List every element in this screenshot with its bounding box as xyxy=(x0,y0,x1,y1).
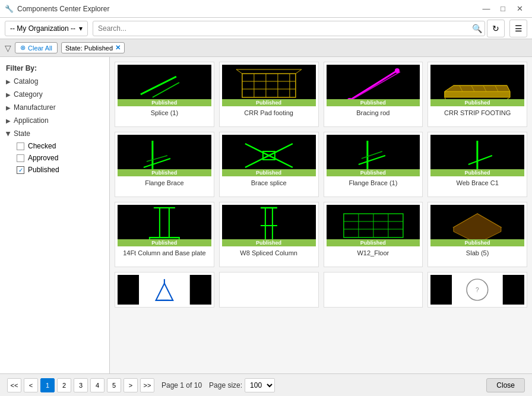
approved-checkbox[interactable] xyxy=(17,154,24,162)
application-label: Application xyxy=(14,116,49,125)
checked-label: Checked xyxy=(28,142,56,150)
badge-web-brace: Published xyxy=(430,169,524,176)
sidebar-item-application[interactable]: ▶ Application xyxy=(0,114,109,127)
grid-row-2: Published Flange Brace Published Brace s… xyxy=(115,132,527,197)
label-slab: Slab (5) xyxy=(466,249,489,257)
filter-bar: ▽ ⊗ Clear All State: Published ✕ xyxy=(0,39,532,57)
grid-row-3: Published 14Ft Column and Base plate Pub… xyxy=(115,202,527,267)
maximize-button[interactable]: □ xyxy=(495,1,511,17)
label-brace-splice: Brace splice xyxy=(251,179,287,187)
checked-checkbox[interactable] xyxy=(17,142,24,150)
published-checkbox[interactable] xyxy=(17,166,24,174)
label-web-brace: Web Brace C1 xyxy=(456,179,498,187)
sidebar-item-manufacturer[interactable]: ▶ Manufacturer xyxy=(0,101,109,114)
grid-item-bracing-rod[interactable]: Published Bracing rod xyxy=(324,62,423,127)
window-controls: — □ ✕ xyxy=(479,1,527,17)
grid-item-w8-column[interactable]: Published W8 Spliced Column xyxy=(219,202,319,267)
label-w12-floor: W12_Floor xyxy=(357,249,389,257)
catalog-label: Catalog xyxy=(14,77,38,85)
window-title: Components Center Explorer xyxy=(17,5,109,13)
sidebar-state-approved[interactable]: Approved xyxy=(0,152,109,164)
content-grid-area: Published Splice (1) xyxy=(110,57,532,373)
sidebar-state-published[interactable]: Published xyxy=(0,164,109,176)
sidebar-item-category[interactable]: ▶ Category xyxy=(0,88,109,101)
badge-column-base: Published xyxy=(118,239,211,246)
manufacturer-arrow-icon: ▶ xyxy=(6,104,11,111)
sidebar-item-state[interactable]: ▶ State xyxy=(0,127,109,140)
sidebar-state-checked[interactable]: Checked xyxy=(0,140,109,152)
catalog-arrow-icon: ▶ xyxy=(6,78,11,85)
label-splice: Splice (1) xyxy=(151,109,178,117)
circle-x-icon: ⊗ xyxy=(20,44,26,52)
grid-item-crr-strip[interactable]: Published CRR STRIP FOOTING xyxy=(428,62,527,127)
prev-button[interactable]: < xyxy=(24,378,38,392)
page-size-select[interactable]: 100 50 25 xyxy=(245,378,275,392)
svg-text:?: ? xyxy=(476,287,479,293)
org-dropdown[interactable]: -- My Organization -- ▾ xyxy=(5,21,88,36)
grid-item-partial-2[interactable] xyxy=(219,272,319,308)
prev-prev-button[interactable]: << xyxy=(7,378,21,392)
page-2-button[interactable]: 2 xyxy=(57,378,71,392)
grid-item-w12-floor[interactable]: Published W12_Floor xyxy=(324,202,423,267)
grid-item-web-brace[interactable]: Published Web Brace C1 xyxy=(428,132,527,197)
refresh-button[interactable]: ↻ xyxy=(487,20,505,37)
close-button[interactable]: Close xyxy=(486,378,525,392)
approved-label: Approved xyxy=(28,154,58,162)
state-label: State xyxy=(14,129,30,138)
label-crr-strip: CRR STRIP FOOTING xyxy=(444,109,511,117)
page-info: Page 1 of 10 xyxy=(162,381,202,389)
badge-w12-floor: Published xyxy=(327,239,420,246)
chevron-down-icon: ▾ xyxy=(79,24,83,33)
grid-item-partial-4[interactable]: ? xyxy=(428,272,527,308)
badge-flange-brace-1: Published xyxy=(327,169,420,176)
sidebar-item-catalog[interactable]: ▶ Catalog xyxy=(0,75,109,88)
page-1-button[interactable]: 1 xyxy=(40,378,55,392)
badge-splice: Published xyxy=(118,99,211,106)
grid-row-1: Published Splice (1) xyxy=(115,62,527,127)
state-published-tag[interactable]: State: Published ✕ xyxy=(61,42,125,53)
grid-item-splice[interactable]: Published Splice (1) xyxy=(115,62,214,127)
page-size-label: Page size: xyxy=(209,381,242,389)
next-next-button[interactable]: >> xyxy=(140,378,154,392)
search-input[interactable] xyxy=(93,21,485,36)
page-4-button[interactable]: 4 xyxy=(90,378,104,392)
filter-icon[interactable]: ▽ xyxy=(5,43,11,53)
main-area: Filter By: ▶ Catalog ▶ Category ▶ Manufa… xyxy=(0,57,532,373)
grid-item-flange-brace-1[interactable]: Published Flange Brace (1) xyxy=(324,132,423,197)
grid-row-4: ? xyxy=(115,272,527,308)
app-icon: 🔧 xyxy=(5,5,14,13)
grid-item-slab[interactable]: Published Slab (5) xyxy=(428,202,527,267)
badge-flange-brace: Published xyxy=(118,169,211,176)
badge-w8-column: Published xyxy=(222,239,316,246)
manufacturer-label: Manufacturer xyxy=(14,103,56,112)
clear-all-label: Clear All xyxy=(28,45,52,52)
label-flange-brace-1: Flange Brace (1) xyxy=(349,179,397,187)
grid-item-partial-3[interactable] xyxy=(324,272,423,308)
grid-item-column-base[interactable]: Published 14Ft Column and Base plate xyxy=(115,202,214,267)
label-flange-brace: Flange Brace xyxy=(145,179,183,187)
filter-by-label: Filter By: xyxy=(0,62,109,75)
label-w8-column: W8 Spliced Column xyxy=(240,249,297,257)
next-button[interactable]: > xyxy=(124,378,138,392)
settings-icon: ☰ xyxy=(515,24,522,33)
grid-item-partial-1[interactable] xyxy=(115,272,214,308)
category-label: Category xyxy=(14,90,43,99)
refresh-icon: ↻ xyxy=(492,24,499,33)
grid-item-crr-pad[interactable]: Published CRR Pad footing xyxy=(219,62,319,127)
grid-item-flange-brace[interactable]: Published Flange Brace xyxy=(115,132,214,197)
settings-button[interactable]: ☰ xyxy=(509,20,527,37)
state-tag-close-icon[interactable]: ✕ xyxy=(115,44,121,52)
svg-marker-21 xyxy=(445,85,510,91)
minimize-button[interactable]: — xyxy=(479,1,494,17)
page-5-button[interactable]: 5 xyxy=(107,378,121,392)
org-label: -- My Organization -- xyxy=(10,24,75,33)
svg-marker-20 xyxy=(445,91,510,97)
search-button[interactable]: 🔍 xyxy=(472,24,482,33)
page-3-button[interactable]: 3 xyxy=(74,378,88,392)
clear-all-button[interactable]: ⊗ Clear All xyxy=(15,42,58,53)
title-bar: 🔧 Components Center Explorer — □ ✕ xyxy=(0,0,532,18)
window-close-button[interactable]: ✕ xyxy=(512,1,527,17)
grid-item-brace-splice[interactable]: Published Brace splice xyxy=(219,132,319,197)
state-arrow-icon: ▶ xyxy=(5,131,12,136)
badge-crr-strip: Published xyxy=(430,99,524,106)
